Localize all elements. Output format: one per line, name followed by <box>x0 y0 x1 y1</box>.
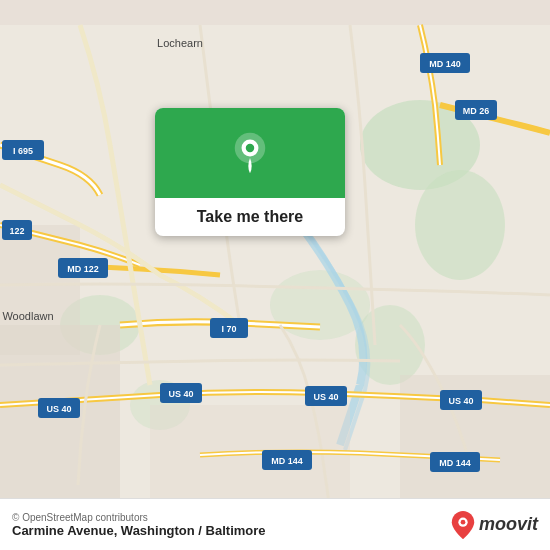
popup-bottom: Take me there <box>155 198 345 236</box>
map-container: I 695 MD 140 MD 26 122 MD 122 I 70 US 40… <box>0 0 550 550</box>
location-pin-icon <box>228 131 272 175</box>
svg-point-41 <box>461 519 466 524</box>
svg-text:MD 122: MD 122 <box>67 264 99 274</box>
svg-text:MD 140: MD 140 <box>429 59 461 69</box>
moovit-pin-icon <box>451 511 475 539</box>
svg-point-39 <box>246 144 254 152</box>
svg-text:US 40: US 40 <box>448 396 473 406</box>
svg-point-4 <box>270 270 370 340</box>
svg-text:Lochearn: Lochearn <box>157 37 203 49</box>
svg-text:MD 144: MD 144 <box>271 456 303 466</box>
location-name: Carmine Avenue, Washington / Baltimore <box>12 523 451 538</box>
svg-point-2 <box>415 170 505 280</box>
moovit-logo: moovit <box>451 511 538 539</box>
svg-text:US 40: US 40 <box>168 389 193 399</box>
bottom-bar-info: © OpenStreetMap contributors Carmine Ave… <box>12 512 451 538</box>
moovit-brand-text: moovit <box>479 514 538 535</box>
svg-text:MD 144: MD 144 <box>439 458 471 468</box>
copyright-text: © OpenStreetMap contributors <box>12 512 451 523</box>
svg-text:US 40: US 40 <box>46 404 71 414</box>
svg-text:US 40: US 40 <box>313 392 338 402</box>
svg-text:122: 122 <box>9 226 24 236</box>
svg-text:MD 26: MD 26 <box>463 106 490 116</box>
bottom-bar: © OpenStreetMap contributors Carmine Ave… <box>0 498 550 550</box>
map-popup[interactable]: Take me there <box>155 108 345 236</box>
svg-text:I 70: I 70 <box>221 324 236 334</box>
svg-text:I 695: I 695 <box>13 146 33 156</box>
svg-text:Woodlawn: Woodlawn <box>2 310 53 322</box>
map-svg: I 695 MD 140 MD 26 122 MD 122 I 70 US 40… <box>0 0 550 550</box>
popup-green-area <box>155 108 345 198</box>
take-me-there-label[interactable]: Take me there <box>197 208 303 225</box>
